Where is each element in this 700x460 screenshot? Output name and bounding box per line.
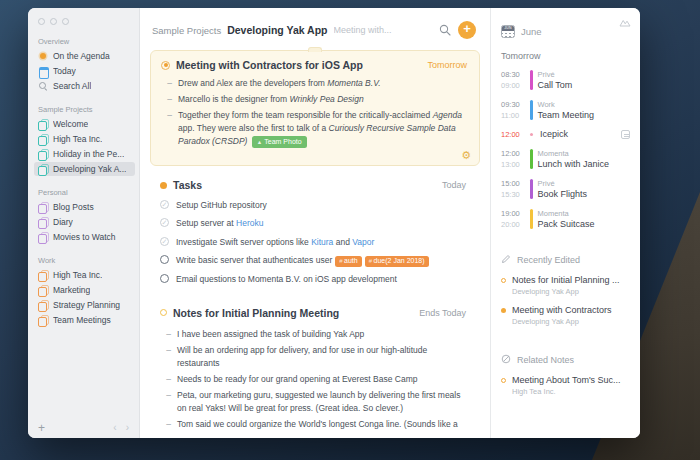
calendar-icon xyxy=(38,66,48,76)
event-team-meeting[interactable]: 09:3011:00WorkTeam Meeting xyxy=(501,99,630,121)
note-dot-icon xyxy=(501,308,506,313)
hash-icon: # xyxy=(369,258,372,264)
sidebar-item-label: Strategy Planning xyxy=(53,300,120,310)
text-segment: Email questions to Momenta B.V. on iOS a… xyxy=(176,274,397,284)
attachment-label: Team Photo xyxy=(264,138,301,145)
minimize-button[interactable] xyxy=(50,18,57,25)
sidebar-item-movies-to-watch[interactable]: Movies to Watch xyxy=(34,230,135,244)
sidebar-item-team-meetings[interactable]: Team Meetings xyxy=(34,313,135,327)
event-calendar-name: Work xyxy=(538,99,595,110)
event-text: PrivéCall Tom xyxy=(538,69,573,91)
note-bullet: –I have been assigned the task of buildi… xyxy=(160,328,466,341)
bullet-dash: – xyxy=(160,328,177,341)
inline-link[interactable]: Vapor xyxy=(352,237,374,247)
tag-auth[interactable]: #auth xyxy=(335,256,361,267)
task-text: Setup server at Heroku xyxy=(176,217,466,231)
bullet-text: Needs to be ready for our grand opening … xyxy=(177,373,466,386)
sidebar-item-on-the-agenda[interactable]: On the Agenda xyxy=(34,49,135,63)
tag-due-2-jan-2018[interactable]: #due(2 Jan 2018) xyxy=(365,256,429,267)
recently-edited-header: Recently Edited xyxy=(501,254,630,266)
sidebar-item-welcome[interactable]: Welcome xyxy=(34,117,135,131)
add-project-button[interactable]: + xyxy=(38,423,45,433)
unchecked-checkbox[interactable] xyxy=(160,274,169,283)
checked-checkbox[interactable]: ✓ xyxy=(160,218,169,227)
bullet-dash: – xyxy=(161,93,178,106)
sidebar-item-developing-yak-a[interactable]: Developing Yak A... xyxy=(34,162,135,176)
task-item[interactable]: ✓Setup GitHub repository xyxy=(160,198,466,212)
sidebar-item-diary[interactable]: Diary xyxy=(34,215,135,229)
breadcrumb[interactable]: Sample Projects xyxy=(152,25,221,36)
page-title: Developing Yak App xyxy=(227,24,327,36)
sidebar-item-blog-posts[interactable]: Blog Posts xyxy=(34,200,135,214)
event-title: Lunch with Janice xyxy=(538,159,610,170)
unchecked-checkbox[interactable] xyxy=(160,255,169,264)
bullet-dash: – xyxy=(161,77,178,90)
text-segment: Investigate Swift server options like xyxy=(176,237,311,247)
task-item[interactable]: ✓Investigate Swift server options like K… xyxy=(160,235,466,249)
reminder-note-icon[interactable] xyxy=(621,130,630,139)
planning-note-bullets: –I have been assigned the task of buildi… xyxy=(160,328,466,431)
sidebar-item-strategy-planning[interactable]: Strategy Planning xyxy=(34,298,135,312)
bullet-text: Peta, our marketing guru, suggested we l… xyxy=(177,389,466,415)
sidebar-item-high-tea-inc[interactable]: High Tea Inc. xyxy=(34,268,135,282)
close-button[interactable] xyxy=(38,18,45,25)
meeting-note-date-badge[interactable]: Tomorrow xyxy=(427,60,467,70)
traffic-lights xyxy=(38,18,131,25)
sidebar-section-personal: PersonalBlog PostsDiaryMovies to Watch xyxy=(38,188,131,244)
event-pack-suitcase[interactable]: 19:0020:00MomentaPack Suitcase xyxy=(501,208,630,230)
text-segment: Together they form the team responsible … xyxy=(178,110,433,120)
event-lunch-with-janice[interactable]: 12:0013:00MomentaLunch with Janice xyxy=(501,148,630,170)
event-call-tom[interactable]: 08:3009:00PrivéCall Tom xyxy=(501,69,630,91)
event-color-bar xyxy=(530,209,533,229)
sidebar-item-label: Search All xyxy=(53,81,91,91)
checked-checkbox[interactable]: ✓ xyxy=(160,237,169,246)
inline-link[interactable]: Heroku xyxy=(236,218,263,228)
sidebar-item-search-all[interactable]: Search All xyxy=(34,79,135,93)
event-list: 08:3009:00PrivéCall Tom09:3011:00WorkTea… xyxy=(501,69,630,230)
panel-note-title: Meeting with Contractors xyxy=(512,305,612,315)
notes-icon xyxy=(38,217,48,227)
search-icon[interactable] xyxy=(438,23,452,37)
inline-link[interactable]: Kitura xyxy=(311,237,333,247)
bullet-text: Tom said we could organize the World's l… xyxy=(177,418,466,431)
back-chevron-icon[interactable]: ‹ xyxy=(113,423,116,433)
panel-note-body: Meeting with ContractorsDeveloping Yak A… xyxy=(512,305,612,326)
new-note-button[interactable]: + xyxy=(458,21,476,39)
sidebar-item-today[interactable]: Today xyxy=(34,64,135,78)
event-text: MomentaLunch with Janice xyxy=(538,148,610,170)
checked-checkbox[interactable]: ✓ xyxy=(160,200,169,209)
sidebar-item-high-tea-inc[interactable]: High Tea Inc. xyxy=(34,132,135,146)
bullet-dash: – xyxy=(161,109,178,148)
event-end-time: 11:00 xyxy=(501,110,525,121)
panel-note-meeting-about-tom-s-suc[interactable]: Meeting About Tom's Suc...High Tea Inc. xyxy=(501,375,630,396)
hash-icon: # xyxy=(339,258,342,264)
planning-note-section: Notes for Initial Planning Meeting Ends … xyxy=(160,307,466,431)
reminder-icepick[interactable]: 12:00Icepick xyxy=(501,129,630,140)
panel-note-title: Meeting About Tom's Suc... xyxy=(512,375,621,385)
sidebar-section-header: Overview xyxy=(38,37,131,46)
on-the-agenda-icon[interactable] xyxy=(161,61,170,70)
forward-chevron-icon[interactable]: › xyxy=(126,423,129,433)
tasks-date-badge[interactable]: Today xyxy=(442,180,466,190)
note-bullet: –Needs to be ready for our grand opening… xyxy=(160,373,466,386)
sidebar-item-holiday-in-the-pe[interactable]: Holiday in the Pe... xyxy=(34,147,135,161)
sidebar-item-marketing[interactable]: Marketing xyxy=(34,283,135,297)
sidebar: OverviewOn the AgendaTodaySearch AllSamp… xyxy=(28,8,140,438)
panel-note-meeting-with-contractors[interactable]: Meeting with ContractorsDeveloping Yak A… xyxy=(501,305,630,326)
event-calendar-name: Momenta xyxy=(538,208,595,219)
planning-note-date-badge[interactable]: Ends Today xyxy=(419,308,466,318)
event-book-flights[interactable]: 15:0015:30PrivéBook Flights xyxy=(501,178,630,200)
panel-note-notes-for-initial-planning[interactable]: Notes for Initial Planning ...Developing… xyxy=(501,275,630,296)
mountain-icon[interactable] xyxy=(619,17,631,29)
zoom-button[interactable] xyxy=(62,18,69,25)
note-drag-handle[interactable] xyxy=(308,47,322,52)
gear-icon[interactable]: ⚙ xyxy=(461,150,471,161)
task-item[interactable]: Write basic server that authenticates us… xyxy=(160,254,466,268)
task-item[interactable]: Email questions to Momenta B.V. on iOS a… xyxy=(160,272,466,286)
month-row: JUN June xyxy=(501,25,630,38)
search-sm-icon xyxy=(38,81,48,91)
task-item[interactable]: ✓Setup server at Heroku xyxy=(160,217,466,231)
calendar-icon-month: JUN xyxy=(502,26,514,31)
attachment-badge[interactable]: ▲Team Photo xyxy=(252,136,307,148)
meeting-note-card[interactable]: Meeting with Contractors for iOS App Tom… xyxy=(150,50,480,166)
